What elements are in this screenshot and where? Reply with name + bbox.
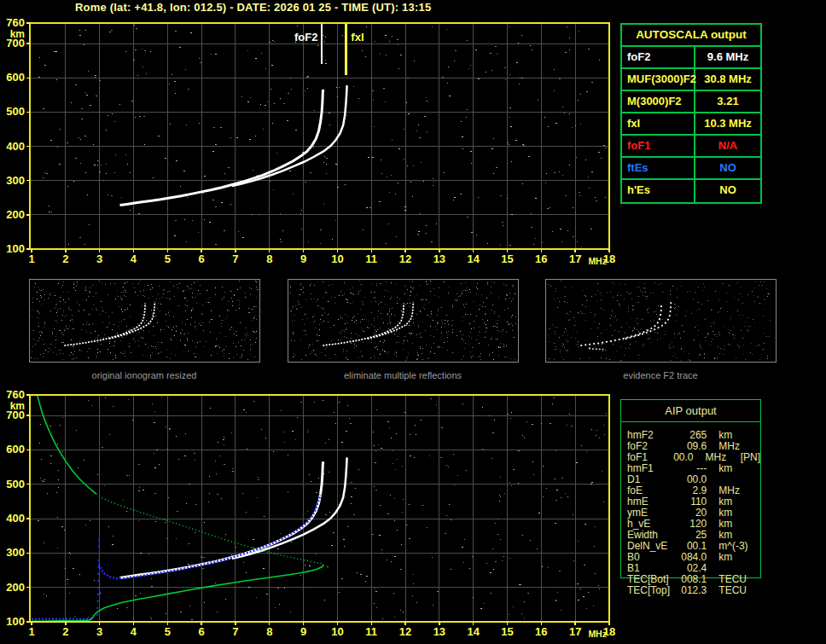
noise-dot (393, 463, 393, 464)
y-tick-label: 300 (6, 546, 25, 559)
noise-dot (138, 283, 139, 284)
noise-dot (577, 583, 579, 584)
noise-dot (619, 331, 620, 332)
noise-dot (289, 171, 291, 171)
noise-dot (40, 354, 41, 355)
noise-dot (589, 357, 590, 358)
noise-dot (129, 343, 130, 344)
noise-dot (667, 299, 668, 299)
noise-dot (86, 299, 87, 300)
noise-dot (567, 230, 568, 231)
noise-dot (259, 214, 259, 215)
noise-dot (638, 355, 639, 356)
noise-dot (575, 125, 576, 126)
noise-dot (125, 351, 125, 352)
noise-dot (705, 340, 706, 341)
noise-dot (388, 351, 389, 352)
noise-dot (752, 291, 753, 292)
noise-dot (121, 292, 122, 293)
noise-dot (643, 295, 643, 296)
y-tick-label: 760 (6, 16, 25, 29)
noise-dot (578, 541, 579, 542)
noise-dot (50, 310, 51, 311)
y-tick-label: 300 (6, 174, 25, 187)
noise-dot (39, 301, 40, 302)
noise-dot (561, 610, 561, 611)
noise-dot (412, 196, 413, 197)
noise-dot (757, 296, 758, 297)
noise-dot (138, 340, 139, 341)
noise-dot (407, 340, 408, 341)
noise-dot (343, 349, 344, 350)
noise-dot (423, 181, 424, 182)
noise-dot (344, 331, 345, 332)
noise-dot (351, 333, 352, 334)
noise-dot (52, 334, 53, 334)
noise-dot (46, 173, 48, 174)
noise-dot (317, 305, 318, 306)
noise-dot (759, 345, 759, 345)
noise-dot (295, 439, 296, 440)
noise-dot (374, 603, 375, 604)
noise-dot (747, 329, 747, 330)
noise-dot (750, 352, 751, 353)
noise-dot (174, 81, 176, 82)
noise-dot (246, 328, 247, 328)
noise-dot (505, 79, 506, 80)
noise-dot (364, 297, 365, 298)
noise-dot (446, 315, 447, 316)
noise-dot (628, 306, 629, 307)
noise-dot (485, 314, 486, 315)
noise-dot (304, 324, 305, 325)
noise-dot (242, 493, 243, 494)
noise-dot (309, 345, 310, 345)
noise-dot (250, 354, 251, 355)
noise-dot (229, 358, 230, 359)
table-row: foF1 N/A (622, 136, 760, 158)
noise-dot (326, 347, 327, 348)
noise-dot (703, 290, 704, 291)
noise-dot (352, 320, 352, 321)
noise-dot (81, 351, 82, 351)
noise-dot (345, 323, 346, 324)
noise-dot (351, 503, 352, 504)
noise-dot (460, 331, 461, 332)
noise-dot (657, 339, 658, 340)
noise-dot (590, 484, 592, 484)
noise-dot (326, 293, 327, 293)
noise-dot (89, 224, 90, 225)
noise-dot (209, 476, 210, 477)
noise-dot (633, 309, 634, 310)
noise-dot (40, 295, 41, 296)
noise-dot (303, 287, 304, 288)
noise-dot (464, 539, 465, 540)
noise-dot (769, 336, 770, 337)
noise-dot (585, 160, 586, 160)
noise-dot (256, 597, 257, 598)
noise-dot (360, 309, 361, 310)
noise-dot (347, 526, 349, 527)
noise-dot (559, 301, 560, 302)
noise-dot (378, 444, 379, 445)
noise-dot (344, 282, 345, 283)
noise-dot (342, 35, 343, 36)
noise-dot (361, 284, 362, 285)
noise-dot (379, 535, 381, 536)
noise-dot (567, 350, 568, 351)
noise-dot (99, 314, 100, 315)
noise-dot (318, 478, 319, 479)
noise-dot (446, 515, 447, 516)
noise-dot (580, 94, 581, 95)
noise-dot (396, 331, 397, 332)
noise-dot (57, 548, 58, 548)
noise-dot (500, 539, 501, 540)
noise-dot (216, 473, 217, 474)
y-axis-unit-label: km (10, 400, 25, 412)
noise-dot (215, 206, 217, 207)
noise-dot (402, 466, 403, 467)
noise-dot (231, 328, 232, 328)
noise-dot (732, 334, 733, 335)
noise-dot (125, 292, 126, 293)
noise-dot (319, 324, 320, 325)
noise-dot (316, 301, 317, 302)
